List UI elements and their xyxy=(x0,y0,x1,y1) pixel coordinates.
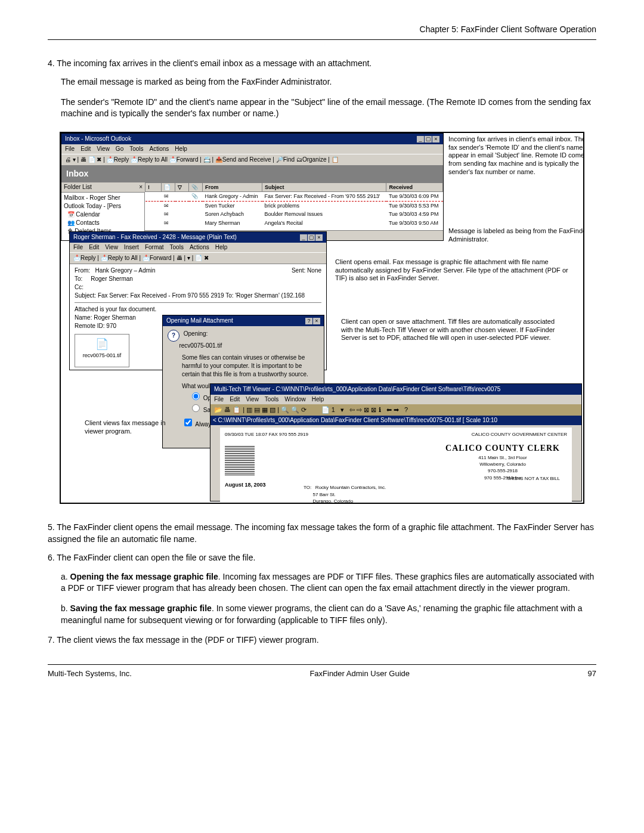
annotation-2: Message is labeled as being from the Fax… xyxy=(448,227,584,244)
company-name: CALICO COUNTY CLERK xyxy=(445,442,560,454)
to-label: To: xyxy=(75,275,82,282)
page-header: Chapter 5: FaxFinder Client Software Ope… xyxy=(48,24,596,36)
folder-list-label: Folder List xyxy=(64,183,92,191)
message-row[interactable]: ✉Sven Tuckerbrick problemsTue 9/30/03 5:… xyxy=(145,201,443,210)
header-rule xyxy=(48,39,596,40)
dialog-help-close[interactable]: ?× xyxy=(305,317,320,325)
question-icon: ? xyxy=(168,330,179,342)
col-received[interactable]: Received xyxy=(386,182,443,192)
window-buttons[interactable]: _▢× xyxy=(416,135,439,143)
not-tax-bill-note: THIS IS NOT A TAX BILL xyxy=(507,475,560,482)
message-row[interactable]: ✉Mary ShermanAngela's RecitalTue 9/30/03… xyxy=(145,219,443,228)
annotation-3: Client opens email. Fax message is graph… xyxy=(335,258,574,283)
step-4-line2: The email message is marked as being fro… xyxy=(61,76,596,88)
opening-label: Opening: xyxy=(184,330,208,337)
tiff-viewer-window: Multi-Tech Tiff Viewer - C:\WINNT\Profil… xyxy=(210,383,582,501)
step-5: 5. The FaxFinder client opens the email … xyxy=(48,522,596,545)
annotation-4: Client can open or save attachment. Tiff… xyxy=(341,318,556,342)
company-addr: Willowberry, Colorado xyxy=(445,461,560,467)
subject-value: Fax Server: Fax Received - From 970 555 … xyxy=(98,292,305,299)
open-it-radio[interactable] xyxy=(192,392,200,400)
dialog-title: Opening Mail Attachment xyxy=(166,317,233,325)
annotation-1: Incoming fax arrives in client's email i… xyxy=(448,135,584,176)
fax-thumbnail-icon xyxy=(225,445,255,475)
step-6: 6. The FaxFinder client can open the fil… xyxy=(48,552,596,564)
tiff-menubar[interactable]: FileEditViewToolsWindowHelp xyxy=(210,395,581,404)
message-toolbar[interactable]: 📩Reply | 📩Reply to All | 📩Forward | 🖶 | … xyxy=(70,252,326,264)
folder-close-icon[interactable]: × xyxy=(139,183,143,191)
step-6b: b. Saving the fax message graphic file. … xyxy=(61,603,596,626)
folder-item[interactable]: 📅 Calendar xyxy=(64,210,142,219)
sent-value: None xyxy=(307,267,321,274)
from-label: From: xyxy=(75,267,90,274)
cc-label: Cc: xyxy=(75,284,83,290)
tiff-docbar: < C:\WINNT\Profiles\rts_000\Application … xyxy=(210,416,581,425)
annotation-5: Client views fax message in viewer progr… xyxy=(85,419,180,436)
sent-label: Sent: xyxy=(292,267,305,274)
step-4-line1: 4. The incoming fax arrives in the clien… xyxy=(48,58,596,70)
outlook-titlebar: Inbox - Microsoft Outlook _▢× xyxy=(61,134,443,144)
col-from[interactable]: From xyxy=(203,182,262,192)
dialog-warning: Some files can contain viruses or otherw… xyxy=(182,354,319,379)
subject-label: Subject: xyxy=(75,292,96,299)
attachment-icon[interactable]: 📄 recv0075-001.tif xyxy=(75,334,129,367)
company-phone: 970-555-2918 xyxy=(445,467,560,474)
col-subject[interactable]: Subject xyxy=(262,182,386,192)
composite-figure: Inbox - Microsoft Outlook _▢× FileEditVi… xyxy=(60,132,584,504)
from-value: Hank Gregory – Admin xyxy=(95,267,155,274)
fax-header-left: 09/30/03 TUE 18:07 FAX 970 555 2919 xyxy=(225,431,308,438)
message-row[interactable]: ✉Soren AchybachBoulder Removal IssuesTue… xyxy=(145,210,443,219)
outlook-title-text: Inbox - Microsoft Outlook xyxy=(65,135,131,143)
page-footer: Multi-Tech Systems, Inc. FaxFinder Admin… xyxy=(48,668,596,679)
outlook-menubar[interactable]: FileEditViewGoToolsActionsHelp xyxy=(61,144,443,154)
message-body-line: Attached is your fax document. xyxy=(75,305,321,314)
footer-page-number: 97 xyxy=(588,668,596,679)
inbox-banner: Inbox xyxy=(61,166,443,182)
message-titlebar: Roger Sherman - Fax Received - 2428 - Me… xyxy=(70,232,326,243)
fax-page: 09/30/03 TUE 18:07 FAX 970 555 2919 CALI… xyxy=(220,428,572,504)
folder-item[interactable]: Mailbox - Roger Sher xyxy=(64,194,142,202)
footer-rule xyxy=(48,664,596,665)
outlook-toolbar[interactable]: 🖨 ▾ | 🖶 📄 ✖ | 📩Reply 📩Reply to All 📩Forw… xyxy=(61,154,443,166)
folder-item[interactable]: Outlook Today - [Pers xyxy=(64,202,142,210)
footer-left: Multi-Tech Systems, Inc. xyxy=(48,668,132,679)
message-row[interactable]: ✉📎 Hank Gregory - Admin Fax Server: Fax … xyxy=(145,192,443,202)
folder-item[interactable]: 👥 Contacts xyxy=(64,219,142,227)
step-4-line3: The sender's "Remote ID" and the client'… xyxy=(61,97,596,120)
tiff-toolbar[interactable]: 📂 🖶 📋 | ▥ ▤ ▦ ▧ | 🔍 🔍 ⟳ 📄 1 ▾ ⇦ ⇨ ⊠ ⊠ ℹ … xyxy=(210,404,581,416)
step-7: 7. The client views the fax message in t… xyxy=(48,634,596,646)
step-6a: a. Opening the fax message graphic file.… xyxy=(61,571,596,594)
footer-center: FaxFinder Admin User Guide xyxy=(309,668,410,679)
always-ask-checkbox[interactable] xyxy=(184,419,192,426)
fax-header-right: CALICO COUNTY GOVERNMENT CENTER xyxy=(472,431,567,438)
window-buttons[interactable]: _▢× xyxy=(299,233,323,241)
opening-file: recv0075-001.tif xyxy=(179,342,222,349)
message-list: !📄▽📎 From Subject Received ✉📎 Hank Grego… xyxy=(145,182,443,231)
to-value: Roger Sherman xyxy=(91,275,133,282)
tiff-title: Multi-Tech Tiff Viewer - C:\WINNT\Profil… xyxy=(214,385,500,394)
company-addr: 411 Main St., 3rd Floor xyxy=(445,454,560,461)
letter-to-label: TO: xyxy=(304,485,311,490)
message-menubar[interactable]: FileEditViewInsertFormatToolsActionsHelp xyxy=(70,243,326,252)
save-to-disk-radio[interactable] xyxy=(192,404,200,412)
outlook-window: Inbox - Microsoft Outlook _▢× FileEditVi… xyxy=(61,133,444,241)
letter-date: August 18, 2003 xyxy=(225,481,266,489)
